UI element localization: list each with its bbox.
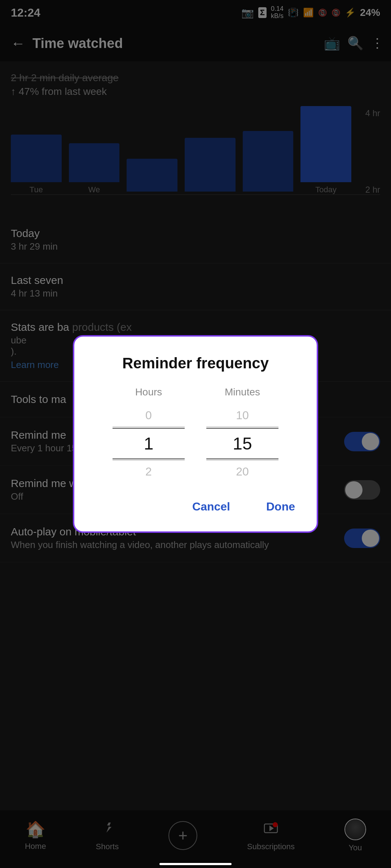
hours-value-selected[interactable]: 1 (113, 428, 185, 459)
hours-divider-bottom (113, 460, 185, 461)
cancel-button[interactable]: Cancel (185, 496, 237, 517)
dialog-title: Reminder frequency (89, 355, 302, 372)
dialog-buttons: Cancel Done (89, 496, 302, 517)
minutes-label: Minutes (225, 386, 260, 398)
hours-value-2[interactable]: 2 (113, 461, 185, 482)
reminder-frequency-dialog: Reminder frequency Hours 0 1 2 Minutes 1… (73, 335, 318, 533)
done-button[interactable]: Done (259, 496, 302, 517)
minutes-divider-bottom (206, 460, 278, 461)
hours-value-0[interactable]: 0 (113, 405, 185, 426)
hours-label: Hours (135, 386, 162, 398)
minutes-divider-top (206, 426, 278, 427)
minutes-value-10[interactable]: 10 (206, 405, 278, 426)
picker-container: Hours 0 1 2 Minutes 10 15 20 (89, 386, 302, 482)
minutes-picker-column[interactable]: Minutes 10 15 20 (206, 386, 278, 482)
hours-divider-top (113, 426, 185, 427)
minutes-value-selected[interactable]: 15 (206, 428, 278, 459)
home-indicator (159, 863, 232, 865)
hours-picker-column[interactable]: Hours 0 1 2 (113, 386, 185, 482)
minutes-value-20[interactable]: 20 (206, 461, 278, 482)
